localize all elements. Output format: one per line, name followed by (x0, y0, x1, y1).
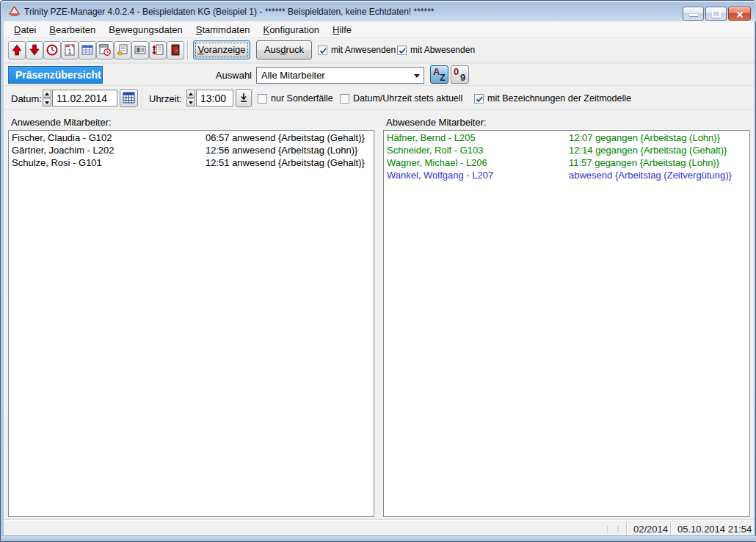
checkbox-checked-icon (397, 46, 407, 55)
arrow-up-icon (11, 44, 23, 56)
calendar-clock-icon (99, 44, 111, 56)
date-field[interactable]: 11.02.2014 (52, 90, 117, 106)
window-title: Trinity PZE-Manager 4.0.2.4 - Beispielda… (24, 7, 435, 17)
time-label: Uhrzeit: (149, 93, 182, 104)
menu-bar: Datei Bearbeiten Bewegungsdaten Stammdat… (4, 21, 754, 38)
employee-card-button[interactable] (131, 41, 149, 59)
movement-list-icon (152, 44, 164, 56)
client-area: Datei Bearbeiten Bewegungsdaten Stammdat… (4, 21, 754, 537)
checkbox-checked-icon (318, 46, 327, 55)
status-period: 02/2014 (633, 524, 668, 535)
table-icon (81, 44, 93, 56)
menu-stammdaten[interactable]: Stammdaten (189, 22, 257, 37)
toolbar-separator (187, 41, 188, 59)
status-datetime: 05.10.2014 21:54 (677, 524, 752, 535)
window-bottom-border (1, 535, 756, 541)
door-icon (170, 44, 181, 56)
minimize-button[interactable] (683, 7, 704, 21)
time-spinner[interactable] (186, 90, 195, 106)
calendar-day-icon: 1 (64, 44, 76, 56)
close-icon (736, 11, 744, 18)
present-list[interactable]: Fischer, Claudia - G10206:57 anwesend {A… (8, 130, 374, 517)
close-button[interactable] (728, 7, 751, 21)
absent-list-label: Abwesende Mitarbeiter: (386, 117, 487, 128)
clock-button[interactable] (43, 41, 61, 59)
door-button[interactable] (167, 41, 184, 59)
status-bar: 02/2014 05.10.2014 21:54 (4, 519, 754, 537)
list-item[interactable]: Fischer, Claudia - G10206:57 anwesend {A… (9, 132, 374, 145)
separator (670, 522, 671, 535)
menu-bearbeiten[interactable]: Bearbeiten (43, 22, 102, 37)
date-label: Datum: (11, 93, 42, 104)
separator (626, 522, 627, 535)
selection-label: Auswahl (180, 70, 252, 81)
checkbox-unchecked-icon (258, 94, 267, 104)
calendar-picker-button[interactable] (120, 89, 138, 107)
list-item[interactable]: Wankel, Wolfgang - L207abwesend {Arbeits… (384, 170, 749, 182)
time-model-names-checkbox[interactable]: mit Bezeichnungen der Zeitmodelle (474, 93, 631, 104)
arrow-down-bar-icon (239, 93, 248, 104)
svg-text:1: 1 (68, 48, 71, 55)
absent-list[interactable]: Häfner, Bernd - L20512:07 gegangen {Arbe… (383, 130, 750, 517)
booking-hand-icon (117, 44, 128, 56)
minimize-icon (689, 14, 698, 16)
employee-card-icon (134, 44, 146, 56)
with-present-checkbox[interactable]: mit Anwesenden (318, 45, 396, 55)
separator (252, 87, 253, 109)
table-button[interactable] (79, 41, 96, 59)
grip-dots (617, 526, 619, 532)
list-item[interactable]: Schneider, Rolf - G10312:14 gegangen {Ar… (384, 145, 749, 157)
chevron-down-icon (414, 74, 420, 78)
calendar-icon (123, 92, 135, 104)
app-icon (8, 5, 21, 18)
movement-list-button[interactable] (149, 41, 167, 59)
grip-dots (607, 526, 608, 532)
maximize-button[interactable] (705, 7, 727, 21)
date-spinner[interactable] (43, 90, 51, 106)
menu-datei[interactable]: Datei (7, 22, 43, 37)
special-cases-checkbox[interactable]: nur Sonderfälle (258, 93, 333, 104)
arrow-down-icon (29, 44, 40, 56)
list-item[interactable]: Schulze, Rosi - G10112:51 anwesend {Arbe… (9, 157, 374, 170)
list-item[interactable]: Wagner, Michael - L20611:57 gegangen {Ar… (384, 157, 749, 170)
list-item[interactable]: Häfner, Bernd - L20512:07 gegangen {Arbe… (384, 132, 749, 145)
clock-icon (46, 44, 58, 56)
menu-hilfe[interactable]: Hilfe (326, 22, 358, 37)
selection-row: Präsenzübersicht Auswahl Alle Mitarbeite… (4, 63, 754, 85)
book-in-button[interactable] (8, 41, 26, 59)
toolbar: 1 Voranzeige Ausdruck (4, 38, 754, 62)
view-tab-praesenzuebersicht[interactable]: Präsenzübersicht (8, 66, 103, 84)
menu-bewegungsdaten[interactable]: Bewegungsdaten (102, 22, 189, 37)
with-absent-checkbox[interactable]: mit Abwesenden (397, 45, 475, 55)
time-now-button[interactable] (236, 89, 252, 107)
sort-number-button[interactable]: 0 9 (451, 65, 469, 84)
employee-select[interactable]: Alle Mitarbeiter (256, 67, 424, 84)
separator (142, 87, 142, 109)
window-frame: Trinity PZE-Manager 4.0.2.4 - Beispielda… (0, 0, 756, 542)
checkbox-checked-icon (474, 94, 484, 104)
checkbox-unchecked-icon (340, 94, 349, 104)
maximize-icon (712, 10, 721, 18)
print-button[interactable]: Ausdruck (256, 40, 312, 59)
time-field[interactable]: 13:00 (196, 90, 233, 106)
menu-konfiguration[interactable]: Konfiguration (256, 22, 326, 37)
title-bar: Trinity PZE-Manager 4.0.2.4 - Beispielda… (1, 1, 756, 21)
book-out-button[interactable] (26, 41, 43, 59)
calendar-clock-button[interactable] (96, 41, 114, 59)
sort-alpha-button[interactable]: A Z (430, 65, 448, 84)
preview-button[interactable]: Voranzeige (193, 40, 250, 59)
present-list-label: Anwesende Mitarbeiter: (11, 117, 112, 128)
datetime-row: Datum: 11.02.2014 Uhrzeit: 13:00 nur Son… (4, 85, 754, 110)
bookings-button[interactable] (114, 41, 131, 59)
calendar-day-button[interactable]: 1 (61, 41, 79, 59)
always-current-checkbox[interactable]: Datum/Uhrzeit stets aktuell (340, 93, 462, 104)
list-item[interactable]: Gärtner, Joachim - L20212:56 anwesend {A… (9, 145, 374, 157)
